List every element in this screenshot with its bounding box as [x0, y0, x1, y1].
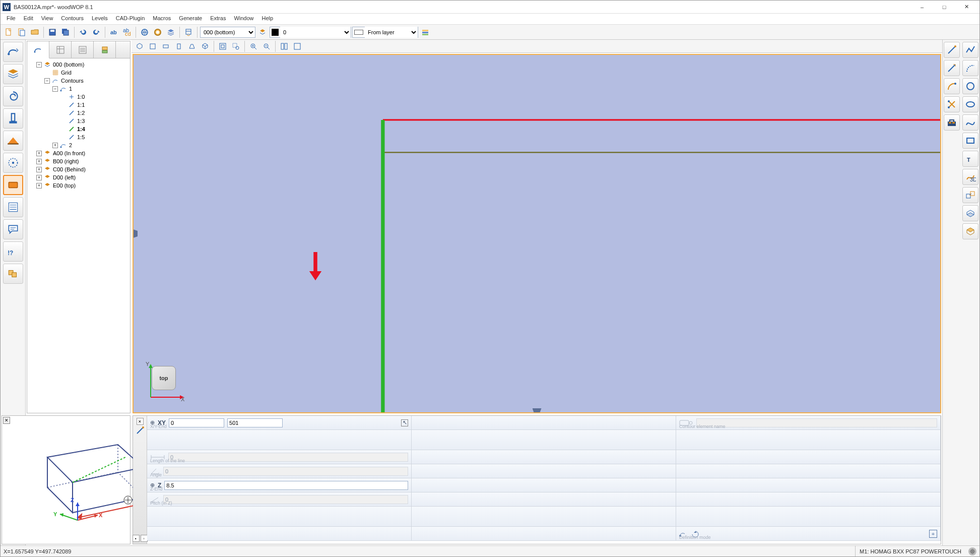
tree-contours[interactable]: Contours [61, 78, 84, 84]
open-button[interactable] [29, 26, 41, 38]
close-button[interactable]: ✕ [955, 1, 977, 13]
globe-button[interactable] [139, 26, 151, 38]
help-tool[interactable]: !? [3, 241, 23, 262]
level-combo[interactable]: 000 (bottom) [200, 27, 255, 38]
menu-help[interactable]: Help [258, 14, 278, 24]
structure-tree[interactable]: −000 (bottom) Grid −Contours −1 1:0 1:1 … [27, 58, 130, 413]
clamp-tool[interactable] [3, 108, 23, 129]
propgrid-mode2-icon[interactable]: ▫ [141, 535, 148, 542]
menu-window[interactable]: Window [230, 14, 257, 24]
ellipse-tool[interactable] [962, 96, 978, 112]
view-3d-button[interactable] [199, 40, 211, 52]
dim-line-tool[interactable] [944, 60, 960, 76]
ring-button[interactable] [152, 26, 164, 38]
menu-levels[interactable]: Levels [88, 14, 112, 24]
viewport[interactable]: X Y top [133, 54, 941, 413]
prop-y-input[interactable] [227, 418, 283, 427]
viewport-split-bottom[interactable] [533, 408, 542, 413]
tree-tab-nc[interactable] [94, 41, 116, 58]
level-edit-button[interactable] [256, 26, 269, 38]
text-tool[interactable]: T [962, 151, 978, 167]
edge-tool[interactable] [3, 131, 23, 151]
arc-tool[interactable] [962, 60, 978, 76]
menu-cad-plugin[interactable]: CAD-Plugin [112, 14, 149, 24]
zoom-window-button[interactable] [230, 40, 242, 52]
comment-tool[interactable] [3, 219, 23, 239]
variables-button[interactable]: ab [108, 26, 120, 38]
layers-tool[interactable] [3, 64, 23, 84]
toolbox-tool[interactable] [944, 114, 960, 131]
minimize-button[interactable]: – [911, 1, 933, 13]
def-mode-add-button[interactable]: + [929, 530, 937, 538]
menu-generate[interactable]: Generate [175, 14, 206, 24]
menu-macros[interactable]: Macros [149, 14, 175, 24]
3d-curve-tool[interactable]: 3D [962, 169, 978, 185]
preview-3d[interactable]: ✕ [2, 415, 130, 544]
menu-edit[interactable]: Edit [20, 14, 37, 24]
tree-face-e[interactable]: E00 (top) [53, 182, 76, 189]
undo-button[interactable] [77, 26, 89, 38]
prop-z-input[interactable] [164, 481, 408, 490]
menu-contours[interactable]: Contours [57, 14, 88, 24]
spline-tool[interactable] [962, 114, 978, 131]
propgrid-mode1-icon[interactable]: ▪ [133, 535, 140, 542]
transform-tool[interactable] [962, 187, 978, 203]
view-side-button[interactable] [173, 40, 185, 52]
view-top-button[interactable] [147, 40, 159, 52]
block-tool[interactable] [3, 264, 23, 284]
view-persp-button[interactable] [186, 40, 198, 52]
view-iso-button[interactable] [134, 40, 146, 52]
menu-file[interactable]: File [3, 14, 20, 24]
circle-tool[interactable] [962, 78, 978, 94]
saw-tool[interactable] [3, 153, 23, 173]
generate-button[interactable] [182, 26, 194, 38]
view-front-button[interactable] [160, 40, 172, 52]
split-view-button[interactable] [278, 40, 290, 52]
face-tool[interactable] [962, 223, 978, 239]
tree-tab-list[interactable] [72, 41, 94, 58]
redo-button[interactable] [90, 26, 102, 38]
new-from-template-button[interactable] [16, 26, 28, 38]
prop-x-input[interactable] [169, 418, 224, 427]
tree-tab-macro[interactable] [49, 41, 72, 58]
tree-c1-4[interactable]: 1:4 [77, 126, 85, 132]
replace-button[interactable]: abcd [121, 26, 133, 38]
tree-grid[interactable]: Grid [61, 70, 72, 76]
prop-elem-name-input[interactable] [696, 418, 937, 427]
tree-face-d[interactable]: D00 (left) [53, 174, 76, 180]
maximize-button[interactable]: □ [933, 1, 955, 13]
tree-face-c[interactable]: C00 (Behind) [53, 166, 86, 172]
tree-c1-3[interactable]: 1:3 [77, 118, 85, 124]
trim-tool[interactable] [944, 96, 960, 112]
line-tool[interactable] [944, 42, 960, 58]
prop-pitch-input[interactable] [163, 495, 408, 504]
single-view-button[interactable] [291, 40, 303, 52]
menu-extras[interactable]: Extras [206, 14, 230, 24]
tree-c1-2[interactable]: 1:2 [77, 110, 85, 116]
menu-view[interactable]: View [37, 14, 57, 24]
zoom-in-button[interactable] [247, 40, 259, 52]
list-tool[interactable] [3, 197, 23, 217]
save-all-button[interactable] [59, 26, 72, 38]
zoom-extents-button[interactable] [217, 40, 229, 52]
extrude-tool[interactable] [962, 205, 978, 221]
contour-tool[interactable] [3, 42, 23, 62]
status-gear-icon[interactable] [968, 547, 976, 555]
tree-c2[interactable]: 2 [69, 142, 72, 148]
tree-c1-5[interactable]: 1:5 [77, 134, 85, 140]
new-button[interactable] [3, 26, 15, 38]
polyline-tool[interactable] [962, 42, 978, 58]
save-button[interactable] [46, 26, 58, 38]
zoom-out-button[interactable] [260, 40, 273, 52]
linestyle-combo[interactable]: From layer [365, 27, 418, 38]
layers-button[interactable] [165, 26, 177, 38]
prop-length-input[interactable] [168, 453, 408, 462]
rect-tool[interactable] [962, 133, 978, 149]
workpiece-tool[interactable] [3, 175, 23, 195]
spiral-tool[interactable] [3, 86, 23, 106]
tree-root[interactable]: 000 (bottom) [53, 61, 84, 68]
tree-tab-contour[interactable] [27, 41, 49, 58]
arc2-tool[interactable] [944, 78, 960, 94]
tree-face-a[interactable]: A00 (In front) [53, 150, 85, 156]
propgrid-close-icon[interactable]: ✕ [137, 418, 144, 425]
